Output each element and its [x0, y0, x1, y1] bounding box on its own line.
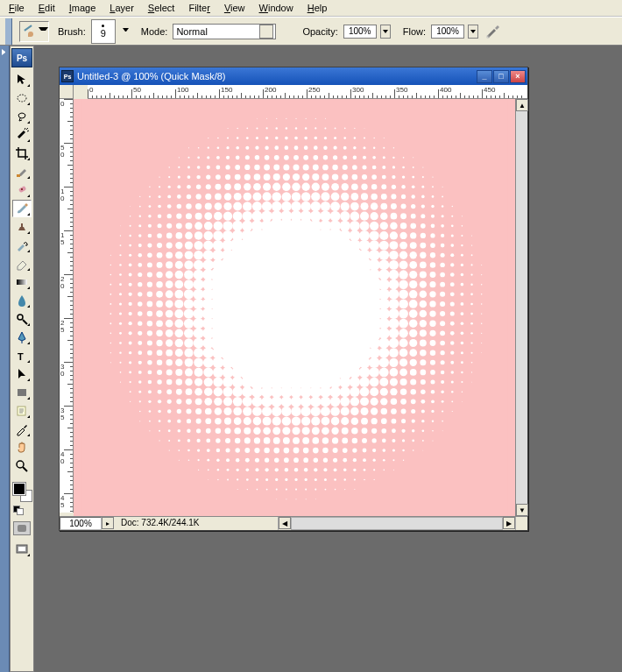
dodge-tool[interactable]	[12, 310, 32, 328]
svg-point-785	[450, 341, 454, 344]
airbrush-icon[interactable]	[485, 24, 501, 39]
scroll-left-button[interactable]: ◀	[279, 517, 291, 529]
svg-point-283	[400, 213, 406, 219]
zoom-input[interactable]: 100%	[60, 517, 102, 530]
zoom-tool[interactable]	[12, 457, 32, 475]
brush-dropdown-icon[interactable]	[123, 28, 129, 34]
clone-stamp-tool[interactable]	[12, 218, 32, 236]
current-tool-well[interactable]	[19, 21, 49, 42]
svg-point-1161	[422, 450, 423, 451]
status-menu-icon[interactable]: ▸	[102, 517, 114, 529]
svg-point-1206	[393, 470, 394, 470]
opacity-input[interactable]: 100%	[343, 25, 377, 39]
menu-window[interactable]: Window	[252, 1, 300, 15]
svg-point-1241	[306, 499, 307, 499]
menu-edit[interactable]: Edit	[32, 1, 62, 15]
foreground-color[interactable]	[13, 483, 25, 495]
crop-tool[interactable]	[12, 145, 32, 162]
menu-file[interactable]: FFileile	[2, 1, 32, 15]
menu-select[interactable]: Select	[141, 1, 182, 15]
gripper[interactable]	[5, 18, 12, 45]
screen-mode-toggle[interactable]	[12, 541, 32, 558]
blur-tool[interactable]	[12, 292, 32, 309]
svg-point-1008	[451, 400, 453, 402]
maximize-button[interactable]: □	[493, 70, 509, 83]
svg-point-36	[208, 138, 209, 138]
svg-point-717	[166, 329, 173, 337]
hand-tool[interactable]	[12, 439, 32, 456]
scroll-up-button[interactable]: ▲	[516, 99, 528, 111]
brush-preset-picker[interactable]: 9	[91, 19, 116, 44]
svg-point-406	[166, 251, 173, 258]
menu-filter[interactable]: Filter	[181, 1, 216, 15]
svg-point-37	[217, 138, 219, 139]
svg-point-894	[390, 368, 399, 377]
svg-point-623	[388, 299, 399, 309]
svg-point-287	[442, 215, 444, 217]
notes-tool[interactable]	[12, 402, 32, 420]
resize-grip[interactable]	[515, 517, 527, 530]
slice-tool[interactable]	[12, 163, 32, 180]
flow-flyout[interactable]	[468, 25, 478, 39]
canvas[interactable]	[74, 99, 515, 516]
svg-point-63	[265, 145, 268, 149]
scroll-down-button[interactable]: ▼	[516, 504, 528, 516]
menu-image[interactable]: Image	[62, 1, 103, 15]
svg-point-508	[409, 271, 417, 279]
healing-brush-tool[interactable]	[12, 181, 32, 199]
magic-wand-tool[interactable]	[12, 126, 32, 144]
title-bar[interactable]: Ps Untitled-3 @ 100% (Quick Mask/8) _ □ …	[60, 67, 527, 85]
opacity-label: Opacity:	[302, 26, 337, 37]
ruler-horizontal[interactable]: 050100150200250300350400450	[88, 85, 527, 99]
brush-tool[interactable]	[12, 200, 32, 217]
svg-point-254	[452, 206, 453, 207]
svg-point-557	[129, 293, 132, 296]
svg-point-787	[470, 342, 472, 343]
flow-input[interactable]: 100%	[431, 25, 464, 39]
svg-point-365	[138, 244, 142, 247]
svg-point-748	[470, 332, 472, 334]
svg-point-209	[331, 193, 340, 202]
horizontal-scrollbar[interactable]	[291, 517, 503, 530]
svg-point-111	[254, 165, 259, 170]
svg-point-1212	[256, 478, 258, 481]
svg-point-142	[283, 173, 290, 180]
menu-layer[interactable]: Layer	[102, 1, 141, 15]
svg-point-744	[429, 330, 435, 336]
color-swatches[interactable]	[11, 481, 32, 507]
history-brush-tool[interactable]	[12, 237, 32, 254]
vertical-scrollbar[interactable]: ▲ ▼	[515, 99, 527, 516]
svg-point-129	[159, 176, 159, 177]
shape-tool[interactable]	[12, 384, 32, 401]
pen-tool[interactable]	[12, 329, 32, 346]
palette-expand[interactable]	[0, 46, 10, 672]
svg-point-1098	[371, 428, 377, 434]
menu-view[interactable]: View	[217, 1, 252, 15]
type-tool[interactable]: T	[12, 347, 32, 364]
close-button[interactable]: ×	[510, 70, 526, 83]
ruler-vertical[interactable]: 0501015202530354045	[60, 99, 74, 513]
canvas-content	[74, 99, 515, 516]
svg-point-1186	[198, 470, 199, 470]
svg-point-667	[440, 311, 445, 316]
quick-mask-toggle[interactable]	[13, 521, 31, 535]
opacity-flyout[interactable]	[380, 25, 391, 39]
svg-point-967	[390, 388, 397, 395]
svg-point-404	[147, 253, 152, 258]
svg-point-136	[225, 174, 230, 180]
svg-point-52	[364, 138, 365, 139]
eyedropper-tool[interactable]	[12, 421, 32, 438]
lasso-tool[interactable]	[12, 108, 32, 125]
move-tool[interactable]	[12, 71, 32, 88]
minimize-button[interactable]: _	[477, 70, 492, 83]
menu-help[interactable]: Help	[300, 1, 335, 15]
svg-point-1035	[381, 408, 387, 414]
eraser-tool[interactable]	[12, 255, 32, 272]
gradient-tool[interactable]	[12, 273, 32, 291]
marquee-tool[interactable]	[12, 89, 32, 107]
svg-point-439	[119, 264, 121, 265]
path-selection-tool[interactable]	[12, 365, 32, 383]
scroll-right-button[interactable]: ▶	[503, 517, 515, 529]
mode-select[interactable]: Normal	[173, 24, 276, 39]
svg-point-20	[325, 118, 326, 119]
